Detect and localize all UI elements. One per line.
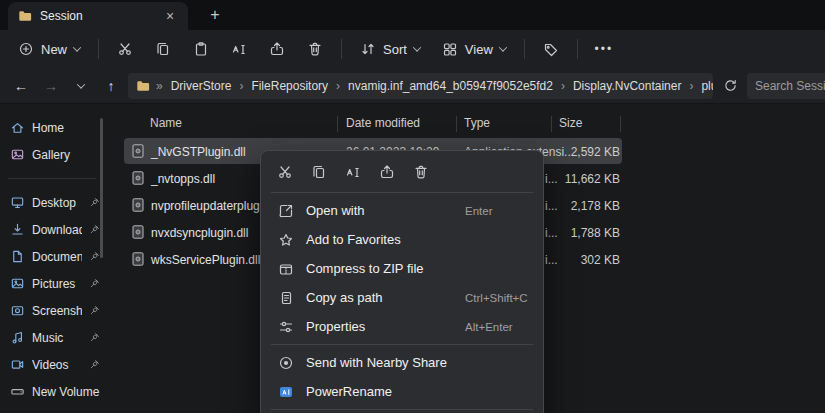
dll-file-icon [130,197,146,213]
copy-button[interactable] [145,34,181,64]
forward-button[interactable]: → [38,73,64,99]
chevron-down-icon [499,43,507,51]
search-box[interactable] [747,73,825,99]
view-button[interactable]: View [432,36,516,62]
sidebar-item-music[interactable]: Music [0,324,104,351]
dll-file-icon [130,251,146,267]
cut-button[interactable] [107,34,143,64]
menu-item-copy-as-path[interactable]: Copy as path Ctrl+Shift+C [265,283,539,312]
menu-item-label: Add to Favorites [306,232,401,247]
paste-button[interactable] [183,34,219,64]
filter-tag-icon [543,41,559,57]
tab-title: Session [40,9,152,23]
column-divider[interactable] [620,116,621,132]
menu-item-label: Copy as path [306,290,383,305]
sidebar-item-screenshots[interactable]: Screenshots [0,297,104,324]
menu-item-powerrename[interactable]: PowerRename [265,377,539,406]
navigation-sidebar: Home Gallery Desktop Downloads Documents… [0,104,104,413]
more-options-icon: ••• [595,42,614,56]
back-button[interactable]: ← [8,73,34,99]
breadcrumb-segment[interactable]: plugins [699,77,713,95]
rename-icon [345,164,361,180]
menu-item-label: Compress to ZIP file [306,261,424,276]
sidebar-item-label: Pictures [32,277,82,291]
rename-button[interactable] [221,34,257,64]
breadcrumb-segment[interactable]: nvamig.inf_amd64_b05947f9052e5fd2 [346,77,555,95]
column-header-size[interactable]: Size [559,116,582,130]
sidebar-item-gallery[interactable]: Gallery [0,141,104,168]
trash-icon [413,164,429,180]
menu-divider [271,192,533,193]
filter-button[interactable] [533,34,569,64]
sidebar-item-label: Home [32,121,100,135]
menu-item-open-with[interactable]: Open with Enter [265,196,539,225]
tab-session[interactable]: Session × [8,2,188,30]
menu-item-add-to-favorites[interactable]: Add to Favorites [265,225,539,254]
column-header-name[interactable]: Name [150,116,182,130]
breadcrumb-segment[interactable]: DriverStore [169,77,234,95]
breadcrumb-segment[interactable]: FileRepository [249,77,330,95]
menu-item-label: Open with [306,203,365,218]
new-button[interactable]: New [8,36,90,62]
sidebar-scrollbar[interactable] [100,118,103,258]
sidebar-item-label: Gallery [32,148,100,162]
sidebar-item-desktop[interactable]: Desktop [0,189,104,216]
breadcrumb-collapsed-icon[interactable]: » [155,79,164,93]
recent-locations-button[interactable] [68,73,94,99]
column-header-date-modified[interactable]: Date modified [346,116,420,130]
rename-button[interactable] [337,158,369,186]
cut-button[interactable] [269,158,301,186]
toolbar-divider [341,39,342,59]
gallery-icon [10,147,25,162]
sidebar-item-documents[interactable]: Documents [0,243,104,270]
breadcrumb-segment[interactable]: Display.NvContainer [571,77,684,95]
column-header-type[interactable]: Type [464,116,490,130]
properties-icon [277,318,294,335]
sort-button[interactable]: Sort [350,36,430,62]
sidebar-item-videos[interactable]: Videos [0,351,104,378]
menu-divider [271,409,533,410]
toolbar-divider [98,39,99,59]
chevron-down-icon [413,43,421,51]
powerrename-icon [277,383,294,400]
share-button[interactable] [371,158,403,186]
column-divider[interactable] [551,116,552,132]
share-button[interactable] [259,34,295,64]
sidebar-item-label: Videos [32,358,82,372]
breadcrumb-separator: › [238,79,244,93]
view-button-label: View [465,42,493,57]
search-input[interactable] [755,79,825,93]
up-button[interactable]: ↑ [98,73,124,99]
new-button-label: New [41,42,67,57]
sidebar-item-new-volume[interactable]: New Volume (D [0,378,104,405]
downloads-icon [10,222,25,237]
pin-icon [89,305,100,316]
copy-icon [155,41,171,57]
toolbar-divider [524,39,525,59]
delete-button[interactable] [405,158,437,186]
menu-item-properties[interactable]: Properties Alt+Enter [265,312,539,341]
cut-icon [277,164,293,180]
sidebar-item-home[interactable]: Home [0,114,104,141]
folder-icon [18,9,32,23]
music-icon [10,330,25,345]
screenshots-icon [10,303,25,318]
sidebar-item-downloads[interactable]: Downloads [0,216,104,243]
tab-close-icon[interactable]: × [160,6,180,26]
copy-button[interactable] [303,158,335,186]
new-tab-button[interactable]: + [204,6,226,24]
refresh-button[interactable] [717,73,743,99]
column-divider[interactable] [337,116,338,132]
menu-item-label: PowerRename [306,384,392,399]
menu-item-shortcut: Alt+Enter [465,321,513,333]
plus-circle-icon [18,41,34,57]
delete-button[interactable] [297,34,333,64]
more-options-button[interactable]: ••• [586,34,622,64]
breadcrumb[interactable]: » DriverStore › FileRepository › nvamig.… [128,73,713,99]
menu-item-compress-to-zip[interactable]: Compress to ZIP file [265,254,539,283]
context-menu-icon-row [265,155,539,189]
menu-item-shortcut: Enter [465,205,493,217]
menu-item-send-with-nearby-share[interactable]: Send with Nearby Share [265,348,539,377]
sidebar-item-pictures[interactable]: Pictures [0,270,104,297]
column-divider[interactable] [456,116,457,132]
